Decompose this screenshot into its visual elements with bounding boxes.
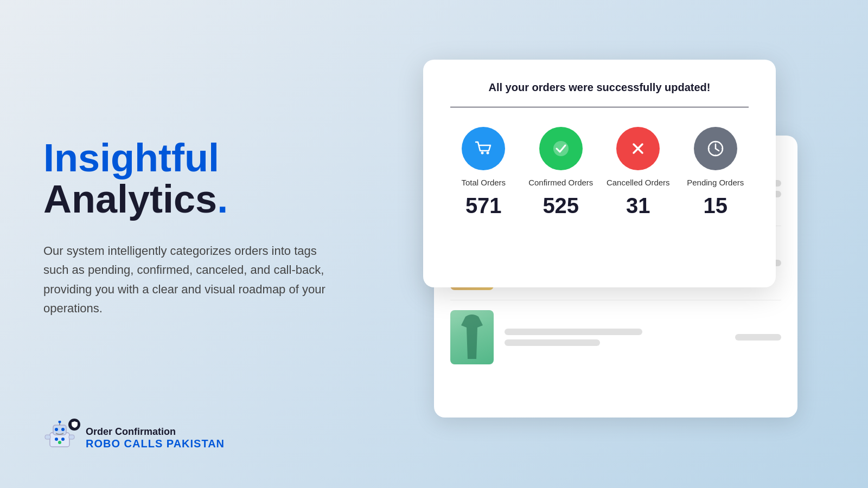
svg-point-21 xyxy=(714,155,716,156)
shield-icon xyxy=(68,419,80,431)
brand-text: Order Confirmation ROBO CALLS PAKISTAN xyxy=(86,426,225,450)
svg-rect-6 xyxy=(45,435,50,439)
product-image-3 xyxy=(450,310,494,364)
skel-line xyxy=(505,329,642,335)
skel-line xyxy=(735,334,781,341)
divider xyxy=(450,107,749,107)
confirmed-orders-icon xyxy=(539,127,583,170)
stat-confirmed-orders: Confirmed Orders 525 xyxy=(528,127,595,216)
order-confirmation-label: Order Confirmation xyxy=(86,426,225,438)
headline-analytics: Analytics. xyxy=(43,177,228,221)
stats-title: All your orders were successfully update… xyxy=(450,81,749,94)
pending-orders-icon xyxy=(694,127,737,170)
total-orders-value: 571 xyxy=(465,195,502,216)
pending-orders-value: 15 xyxy=(704,195,728,216)
total-orders-icon xyxy=(462,127,505,170)
right-panel: All your orders were successfully update… xyxy=(369,0,868,488)
skel-line xyxy=(505,339,600,346)
headline: Insightful Analytics. xyxy=(43,138,326,220)
svg-point-19 xyxy=(714,142,716,143)
stat-total-orders: Total Orders 571 xyxy=(450,127,517,216)
stat-cancelled-orders: Cancelled Orders 31 xyxy=(605,127,672,216)
svg-point-11 xyxy=(481,152,484,155)
headline-insightful: Insightful xyxy=(43,138,326,179)
svg-line-18 xyxy=(716,149,719,151)
stats-card: All your orders were successfully update… xyxy=(423,60,776,287)
cancelled-orders-value: 31 xyxy=(626,195,650,216)
branding-section: Order Confirmation ROBO CALLS PAKISTAN xyxy=(43,421,225,455)
robot-icon xyxy=(43,421,78,455)
svg-rect-7 xyxy=(69,435,74,439)
svg-point-22 xyxy=(708,148,710,150)
confirmed-orders-value: 525 xyxy=(542,195,579,216)
stat-pending-orders: Pending Orders 15 xyxy=(682,127,749,216)
svg-point-5 xyxy=(61,428,65,431)
cancelled-orders-icon xyxy=(616,127,660,170)
card-stack: All your orders were successfully update… xyxy=(423,60,792,428)
list-item xyxy=(450,300,781,374)
svg-point-10 xyxy=(58,441,61,444)
skeleton-lines-3 xyxy=(505,329,716,346)
cancelled-orders-label: Cancelled Orders xyxy=(607,178,670,187)
skeleton-right-3 xyxy=(727,334,781,341)
confirmed-orders-label: Confirmed Orders xyxy=(528,178,593,187)
left-panel: Insightful Analytics. Our system intelli… xyxy=(0,0,369,488)
svg-point-4 xyxy=(55,428,58,431)
svg-point-3 xyxy=(59,421,61,423)
description-text: Our system intelligently categorizes ord… xyxy=(43,241,326,318)
stats-grid: Total Orders 571 Confirmed Orders 525 xyxy=(450,127,749,216)
total-orders-label: Total Orders xyxy=(461,178,506,187)
svg-point-20 xyxy=(721,148,723,150)
svg-point-9 xyxy=(61,438,65,441)
pending-orders-label: Pending Orders xyxy=(687,178,744,187)
svg-point-13 xyxy=(553,141,569,156)
svg-point-8 xyxy=(55,438,58,441)
robo-calls-label: ROBO CALLS PAKISTAN xyxy=(86,438,225,450)
svg-point-12 xyxy=(487,152,489,155)
